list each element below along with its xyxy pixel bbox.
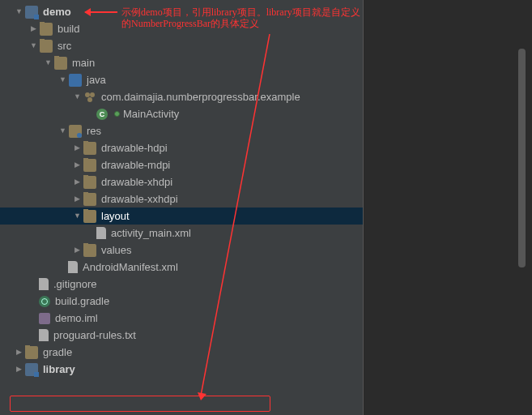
folder-icon xyxy=(40,23,53,36)
file-icon xyxy=(39,278,49,290)
node-label: activity_main.xml xyxy=(111,225,191,242)
node-label: res xyxy=(87,122,101,139)
tree-node-gitignore[interactable]: .gitignore xyxy=(0,276,363,293)
module-icon xyxy=(25,363,38,376)
tree-node-mainactivity[interactable]: MainActivity xyxy=(0,105,363,122)
svg-point-2 xyxy=(87,97,92,102)
tree-node-layout[interactable]: layout xyxy=(0,208,363,225)
folder-icon xyxy=(25,346,38,359)
node-label: demo xyxy=(43,3,71,20)
node-label: library xyxy=(43,361,75,378)
svg-point-1 xyxy=(90,92,95,97)
project-tree[interactable]: demo build src main java xyxy=(0,0,363,378)
tree-node-drawable-xhdpi[interactable]: drawable-xhdpi xyxy=(0,173,363,190)
tree-node-java[interactable]: java xyxy=(0,71,363,88)
folder-icon xyxy=(83,176,96,189)
expand-arrow-icon[interactable] xyxy=(29,20,38,37)
expand-arrow-icon[interactable] xyxy=(29,37,38,54)
node-label: MainActivity xyxy=(123,105,179,122)
expand-arrow-icon[interactable] xyxy=(15,3,23,20)
node-label: layout xyxy=(101,208,130,225)
svg-point-0 xyxy=(85,92,90,97)
folder-icon xyxy=(83,159,96,172)
expand-arrow-icon[interactable] xyxy=(15,344,23,361)
tree-node-drawable-mdpi[interactable]: drawable-mdpi xyxy=(0,156,363,173)
module-icon xyxy=(25,6,38,19)
tree-node-drawable-xxhdpi[interactable]: drawable-xxhdpi xyxy=(0,190,363,208)
folder-icon xyxy=(40,40,53,53)
package-icon xyxy=(83,91,96,104)
expand-arrow-icon[interactable] xyxy=(73,242,82,259)
folder-icon xyxy=(83,210,96,223)
node-label: drawable-xxhdpi xyxy=(101,190,178,208)
tree-node-demo-iml[interactable]: demo.iml xyxy=(0,310,363,327)
source-folder-icon xyxy=(69,74,82,87)
tree-node-activity-main[interactable]: activity_main.xml xyxy=(0,225,363,242)
gradle-icon xyxy=(39,296,50,307)
tree-node-gradle[interactable]: gradle xyxy=(0,344,363,361)
tree-node-build-gradle[interactable]: build.gradle xyxy=(0,293,363,310)
node-label: drawable-hdpi xyxy=(101,139,168,156)
folder-icon xyxy=(83,244,96,257)
folder-icon xyxy=(83,142,96,155)
folder-icon xyxy=(83,193,96,206)
iml-file-icon xyxy=(39,313,50,324)
tree-node-package[interactable]: com.daimajia.numberprogressbar.example xyxy=(0,88,363,105)
tree-node-main[interactable]: main xyxy=(0,54,363,71)
node-label: drawable-mdpi xyxy=(101,156,170,173)
node-label: values xyxy=(101,242,132,259)
resource-folder-icon xyxy=(69,125,82,138)
node-label: src xyxy=(57,37,71,54)
run-badge-icon xyxy=(114,111,120,117)
tree-node-values[interactable]: values xyxy=(0,242,363,259)
tree-node-res[interactable]: res xyxy=(0,122,363,139)
expand-arrow-icon[interactable] xyxy=(73,156,82,173)
node-label: drawable-xhdpi xyxy=(101,173,172,190)
expand-arrow-icon[interactable] xyxy=(73,190,82,208)
tree-node-src[interactable]: src xyxy=(0,37,363,54)
tree-node-library[interactable]: library xyxy=(0,361,363,378)
node-label: .gitignore xyxy=(53,276,96,293)
node-label: main xyxy=(72,54,95,71)
expand-arrow-icon[interactable] xyxy=(73,173,82,190)
annotation-arrow-icon xyxy=(85,11,117,13)
node-label: build.gradle xyxy=(55,293,109,310)
file-icon xyxy=(39,329,49,341)
node-label: proguard-rules.txt xyxy=(53,327,136,344)
expand-arrow-icon[interactable] xyxy=(73,88,82,105)
expand-arrow-icon[interactable] xyxy=(58,122,67,139)
expand-arrow-icon[interactable] xyxy=(73,208,82,225)
expand-arrow-icon[interactable] xyxy=(15,361,23,378)
node-label: gradle xyxy=(43,344,72,361)
expand-arrow-icon[interactable] xyxy=(73,139,82,156)
expand-arrow-icon[interactable] xyxy=(44,54,53,71)
tree-node-demo[interactable]: demo xyxy=(0,3,363,20)
node-label: demo.iml xyxy=(55,310,98,327)
xml-file-icon xyxy=(96,227,106,239)
tree-node-manifest[interactable]: AndroidManifest.xml xyxy=(0,259,363,276)
node-label: com.daimajia.numberprogressbar.example xyxy=(101,88,300,105)
tree-node-proguard[interactable]: proguard-rules.txt xyxy=(0,327,363,344)
scrollbar-thumb[interactable] xyxy=(518,49,526,267)
node-label: java xyxy=(87,71,106,88)
tree-node-build[interactable]: build xyxy=(0,20,363,37)
editor-panel xyxy=(364,0,532,415)
tree-node-drawable-hdpi[interactable]: drawable-hdpi xyxy=(0,139,363,156)
project-tree-panel: demo build src main java xyxy=(0,0,364,415)
xml-file-icon xyxy=(68,261,78,273)
class-icon xyxy=(96,109,108,120)
folder-icon xyxy=(54,57,67,70)
node-label: AndroidManifest.xml xyxy=(83,259,178,276)
node-label: build xyxy=(57,20,79,37)
expand-arrow-icon[interactable] xyxy=(58,71,67,88)
